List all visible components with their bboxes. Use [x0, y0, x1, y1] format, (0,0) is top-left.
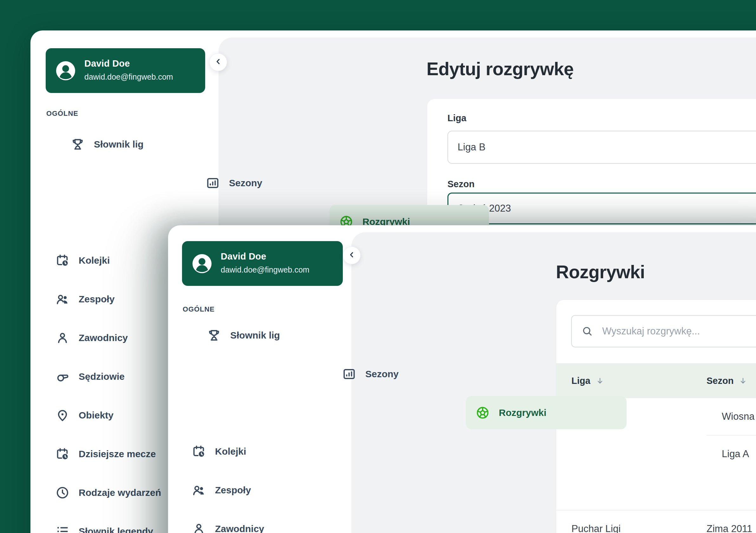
liga-input[interactable]	[447, 131, 756, 164]
sezon-input[interactable]	[447, 193, 756, 224]
table-column-header[interactable]: Sezon	[707, 363, 747, 398]
chevron-left-icon	[213, 57, 223, 68]
nav-item-label: Sezony	[365, 369, 399, 379]
nav-item-icon	[55, 331, 70, 345]
nav-item-label: Zawodnicy	[79, 332, 128, 343]
user-name: David Doe	[221, 251, 266, 262]
window-competitions-list: Rozgrywki Liga Sezon	[168, 225, 756, 533]
sidebar-nav-item[interactable]: Sezony	[332, 357, 493, 391]
nav-item-icon	[70, 137, 85, 152]
nav-item-label: Kolejki	[79, 255, 110, 266]
nav-item-label: Sędziowie	[79, 371, 124, 382]
user-card[interactable]: David Doe dawid.doe@fingweb.com	[46, 48, 205, 93]
sidebar-nav-item[interactable]: Zawodnicy	[182, 512, 343, 533]
user-email: dawid.doe@fingweb.com	[84, 72, 173, 82]
column-label: Sezon	[707, 376, 734, 386]
nav-item-label: Zespoły	[215, 485, 251, 495]
table-row[interactable]: Liga A Jesień 2011 Opublikowana	[707, 435, 756, 472]
sezon-field-label: Sezon	[447, 179, 474, 189]
user-name: David Doe	[84, 58, 130, 69]
user-email: dawid.doe@fingweb.com	[221, 265, 310, 274]
nav-item-label: Rodzaje wydarzeń	[79, 487, 161, 498]
sidebar-collapse-button[interactable]	[209, 53, 227, 71]
user-card[interactable]: David Doe dawid.doe@fingweb.com	[182, 241, 343, 286]
nav-item-icon	[192, 444, 206, 459]
sidebar-nav-item[interactable]: Sezony	[196, 166, 356, 200]
nav-item-icon	[55, 486, 70, 500]
sidebar-nav: Słownik lig Sezony Rozgrywki Kolejki Zes…	[182, 319, 343, 533]
nav-item-icon	[207, 328, 221, 343]
sidebar-section-label: OGÓLNE	[46, 109, 78, 118]
sort-arrow-down-icon[interactable]	[739, 376, 747, 385]
nav-item-icon	[55, 292, 70, 306]
column-label: Liga	[571, 376, 590, 386]
cell-sezon: Wiosna 2011	[722, 411, 756, 422]
page-title: Rozgrywki	[556, 262, 645, 282]
table-header: Liga Sezon Stan	[556, 363, 756, 398]
nav-item-label: Dzisiejsze mecze	[79, 449, 156, 460]
nav-item-label: Słownik lig	[230, 330, 280, 341]
nav-item-icon	[342, 367, 357, 381]
nav-item-icon	[205, 176, 220, 190]
page-title: Edytuj rozgrywkę	[426, 58, 574, 79]
cell-liga: Puchar Ligi	[571, 523, 621, 533]
nav-item-icon	[192, 483, 206, 497]
nav-item-icon	[55, 447, 70, 461]
sidebar-nav-item[interactable]: Rozgrywki	[466, 396, 627, 429]
search-box[interactable]	[571, 315, 756, 348]
nav-item-label: Słownik lig	[94, 139, 144, 150]
nav-item-label: Kolejki	[215, 446, 246, 457]
sidebar-nav-item[interactable]: Kolejki	[182, 435, 343, 468]
sidebar-section-label: OGÓLNE	[183, 305, 215, 314]
chevron-left-icon	[347, 250, 357, 261]
liga-field-label: Liga	[447, 113, 467, 124]
nav-item-label: Sezony	[229, 178, 262, 188]
sidebar-nav-item[interactable]: Zespoły	[182, 473, 343, 507]
table-column-header[interactable]: Liga	[571, 363, 605, 398]
search-icon	[581, 325, 593, 337]
nav-item-icon	[192, 521, 206, 533]
sort-arrow-down-icon[interactable]	[596, 376, 605, 385]
nav-item-label: Słownik legendy	[79, 526, 153, 533]
nav-item-icon	[55, 408, 70, 423]
nav-item-label: Obiekty	[79, 410, 114, 421]
user-avatar-icon	[192, 254, 212, 273]
nav-item-icon	[475, 406, 490, 420]
nav-item-icon	[55, 253, 70, 268]
sidebar-nav-item[interactable]: Słownik lig	[197, 319, 358, 352]
cell-sezon: Zima 2011	[707, 523, 752, 533]
search-input[interactable]	[602, 325, 756, 337]
nav-item-label: Zespoły	[79, 294, 115, 305]
nav-item-icon	[55, 369, 70, 384]
sidebar-nav-item[interactable]: Słownik lig	[61, 127, 220, 161]
nav-item-icon	[55, 524, 70, 533]
cell-liga: Liga A	[722, 448, 749, 460]
table-row[interactable]: Puchar Ligi Zima 2011 Opublikowana	[556, 510, 756, 533]
user-avatar-icon	[56, 61, 75, 81]
sidebar-collapse-button[interactable]	[343, 246, 361, 264]
nav-item-label: Zawodnicy	[215, 523, 264, 533]
nav-item-label: Rozgrywki	[499, 407, 546, 418]
